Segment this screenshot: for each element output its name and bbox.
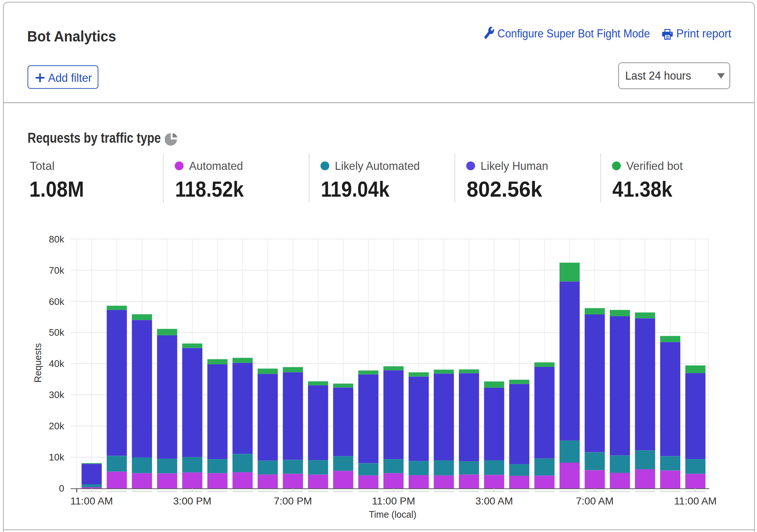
svg-text:11:00 PM: 11:00 PM <box>372 495 415 507</box>
svg-text:11:00 AM: 11:00 AM <box>70 495 113 507</box>
svg-text:7:00 AM: 7:00 AM <box>576 495 614 507</box>
svg-text:3:00 PM: 3:00 PM <box>173 495 211 507</box>
svg-text:60k: 60k <box>49 296 65 307</box>
svg-text:80k: 80k <box>49 234 65 245</box>
svg-text:20k: 20k <box>49 420 65 431</box>
svg-text:50k: 50k <box>49 327 65 338</box>
svg-text:Time (local): Time (local) <box>369 509 417 520</box>
svg-text:7:00 PM: 7:00 PM <box>274 495 312 507</box>
svg-text:11:00 AM: 11:00 AM <box>674 495 717 507</box>
svg-text:0: 0 <box>59 483 64 494</box>
svg-text:Requests: Requests <box>32 343 43 382</box>
svg-text:70k: 70k <box>49 265 65 276</box>
svg-text:10k: 10k <box>49 452 65 463</box>
svg-text:3:00 AM: 3:00 AM <box>475 495 513 507</box>
svg-text:40k: 40k <box>49 358 65 369</box>
svg-text:30k: 30k <box>49 389 65 400</box>
